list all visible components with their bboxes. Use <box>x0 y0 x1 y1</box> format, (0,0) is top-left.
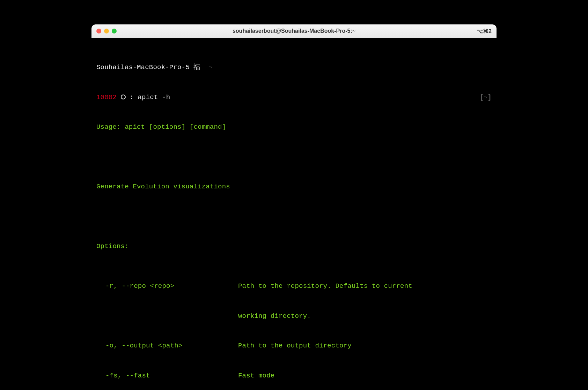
option-flag: -fs, --fast <box>105 371 238 381</box>
terminal-window: souhailaserbout@Souhailas-MacBook-Pro-5:… <box>91 24 497 390</box>
prompt-symbol: 福 <box>193 63 200 71</box>
option-flag: -r, --repo <repo> <box>105 281 238 291</box>
option-desc: Path to the output directory <box>238 341 492 351</box>
terminal-content: Souhailas-MacBook-Pro-5 福 ~ 10002 : apic… <box>96 43 492 390</box>
prompt-hostname-line: Souhailas-MacBook-Pro-5 福 ~ <box>96 62 492 73</box>
option-row: -fs, --fastFast mode <box>96 371 492 381</box>
hostname: Souhailas-MacBook-Pro-5 <box>96 63 190 71</box>
command-input: apict -h <box>138 93 170 101</box>
option-row-cont: working directory. <box>96 311 492 321</box>
option-desc: Fast mode <box>238 371 492 381</box>
window-title: souhailaserbout@Souhailas-MacBook-Pro-5:… <box>91 28 497 34</box>
close-icon[interactable] <box>96 29 101 33</box>
minimize-icon[interactable] <box>104 29 109 33</box>
blank-line <box>96 152 492 162</box>
status-circle-icon <box>121 95 126 99</box>
options-header: Options: <box>96 241 492 252</box>
titlebar[interactable]: souhailaserbout@Souhailas-MacBook-Pro-5:… <box>91 24 497 38</box>
keyboard-shortcut: ⌥⌘2 <box>477 28 492 35</box>
description-line: Generate Evolution visualizations <box>96 182 492 192</box>
maximize-icon[interactable] <box>112 29 117 33</box>
option-flag: -o, --output <path> <box>105 341 238 351</box>
option-row: -o, --output <path>Path to the output di… <box>96 341 492 351</box>
option-flag-empty <box>105 311 238 321</box>
usage-line: Usage: apict [options] [command] <box>96 122 492 132</box>
prompt-counter: 10002 <box>96 93 117 101</box>
blank-line <box>96 212 492 222</box>
prompt-command-line: 10002 : apict -h [~] <box>96 92 492 103</box>
prompt-cwd-right: [~] <box>479 92 492 103</box>
option-desc: Path to the repository. Defaults to curr… <box>238 281 492 291</box>
prompt-cwd-tilde: ~ <box>208 63 213 71</box>
option-desc-cont: working directory. <box>238 311 492 321</box>
option-row: -r, --repo <repo>Path to the repository.… <box>96 281 492 291</box>
prompt-separator: : <box>130 93 134 101</box>
traffic-lights <box>96 29 117 33</box>
terminal-body[interactable]: Souhailas-MacBook-Pro-5 福 ~ 10002 : apic… <box>91 38 497 390</box>
